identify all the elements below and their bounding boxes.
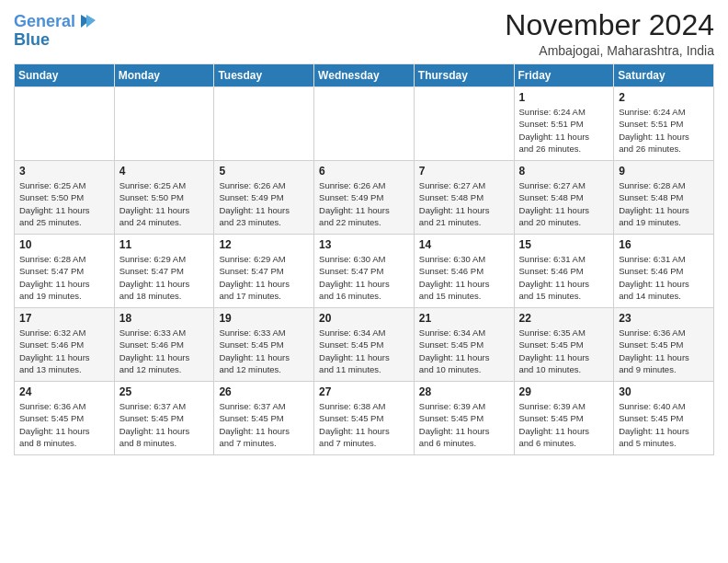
day-cell: 10Sunrise: 6:28 AM Sunset: 5:47 PM Dayli…: [15, 235, 115, 308]
day-number: 15: [519, 238, 609, 251]
day-cell: [314, 87, 415, 161]
day-cell: 24Sunrise: 6:36 AM Sunset: 5:45 PM Dayli…: [15, 382, 115, 455]
day-number: 10: [19, 238, 109, 251]
day-number: 2: [619, 91, 709, 104]
day-number: 24: [19, 385, 109, 398]
day-number: 27: [319, 385, 409, 398]
col-header-monday: Monday: [114, 64, 214, 87]
day-number: 1: [519, 91, 609, 104]
day-info: Sunrise: 6:37 AM Sunset: 5:45 PM Dayligh…: [219, 400, 309, 449]
day-cell: [15, 87, 115, 161]
day-info: Sunrise: 6:30 AM Sunset: 5:47 PM Dayligh…: [319, 253, 409, 302]
day-number: 5: [219, 165, 309, 178]
day-cell: 20Sunrise: 6:34 AM Sunset: 5:45 PM Dayli…: [314, 308, 415, 382]
day-cell: 21Sunrise: 6:34 AM Sunset: 5:45 PM Dayli…: [414, 308, 514, 382]
col-header-friday: Friday: [514, 64, 614, 87]
day-number: 9: [619, 165, 709, 178]
day-info: Sunrise: 6:32 AM Sunset: 5:46 PM Dayligh…: [19, 327, 109, 375]
day-cell: 3Sunrise: 6:25 AM Sunset: 5:50 PM Daylig…: [15, 161, 115, 235]
day-info: Sunrise: 6:33 AM Sunset: 5:45 PM Dayligh…: [219, 327, 309, 375]
day-info: Sunrise: 6:28 AM Sunset: 5:47 PM Dayligh…: [19, 253, 109, 302]
day-info: Sunrise: 6:31 AM Sunset: 5:46 PM Dayligh…: [519, 253, 609, 302]
day-cell: 11Sunrise: 6:29 AM Sunset: 5:47 PM Dayli…: [114, 235, 214, 308]
day-info: Sunrise: 6:40 AM Sunset: 5:45 PM Dayligh…: [619, 400, 709, 449]
day-cell: 2Sunrise: 6:24 AM Sunset: 5:51 PM Daylig…: [614, 87, 714, 161]
col-header-wednesday: Wednesday: [314, 64, 415, 87]
logo-line1: General: [14, 12, 75, 30]
day-cell: 6Sunrise: 6:26 AM Sunset: 5:49 PM Daylig…: [314, 161, 415, 235]
day-cell: 13Sunrise: 6:30 AM Sunset: 5:47 PM Dayli…: [314, 235, 415, 308]
day-cell: [214, 87, 314, 161]
day-number: 22: [519, 312, 609, 325]
day-info: Sunrise: 6:29 AM Sunset: 5:47 PM Dayligh…: [219, 253, 309, 302]
day-info: Sunrise: 6:34 AM Sunset: 5:45 PM Dayligh…: [319, 327, 409, 375]
day-cell: 30Sunrise: 6:40 AM Sunset: 5:45 PM Dayli…: [614, 382, 714, 455]
col-header-saturday: Saturday: [614, 64, 714, 87]
day-number: 21: [419, 312, 509, 325]
day-number: 6: [319, 165, 409, 178]
day-number: 18: [119, 312, 210, 325]
day-number: 3: [19, 165, 109, 178]
calendar-container: General Blue November 2024 Ambajogai, Ma…: [0, 0, 728, 465]
day-info: Sunrise: 6:36 AM Sunset: 5:45 PM Dayligh…: [19, 400, 109, 449]
day-number: 19: [219, 312, 309, 325]
svg-marker-1: [86, 15, 96, 28]
day-cell: 1Sunrise: 6:24 AM Sunset: 5:51 PM Daylig…: [514, 87, 614, 161]
day-info: Sunrise: 6:34 AM Sunset: 5:45 PM Dayligh…: [419, 327, 509, 375]
day-info: Sunrise: 6:27 AM Sunset: 5:48 PM Dayligh…: [419, 179, 509, 228]
day-info: Sunrise: 6:25 AM Sunset: 5:50 PM Dayligh…: [19, 179, 109, 228]
week-row-4: 17Sunrise: 6:32 AM Sunset: 5:46 PM Dayli…: [15, 308, 714, 382]
day-cell: 29Sunrise: 6:39 AM Sunset: 5:45 PM Dayli…: [514, 382, 614, 455]
day-cell: 22Sunrise: 6:35 AM Sunset: 5:45 PM Dayli…: [514, 308, 614, 382]
day-info: Sunrise: 6:30 AM Sunset: 5:46 PM Dayligh…: [419, 253, 509, 302]
logo: General Blue: [14, 13, 97, 50]
day-number: 25: [119, 385, 210, 398]
day-info: Sunrise: 6:29 AM Sunset: 5:47 PM Dayligh…: [119, 253, 210, 302]
calendar-header-row: SundayMondayTuesdayWednesdayThursdayFrid…: [15, 64, 714, 87]
day-cell: 16Sunrise: 6:31 AM Sunset: 5:46 PM Dayli…: [614, 235, 714, 308]
day-cell: 25Sunrise: 6:37 AM Sunset: 5:45 PM Dayli…: [114, 382, 214, 455]
day-cell: 4Sunrise: 6:25 AM Sunset: 5:50 PM Daylig…: [114, 161, 214, 235]
month-title: November 2024: [505, 9, 714, 41]
day-info: Sunrise: 6:38 AM Sunset: 5:45 PM Dayligh…: [319, 400, 409, 449]
day-cell: [114, 87, 214, 161]
week-row-5: 24Sunrise: 6:36 AM Sunset: 5:45 PM Dayli…: [15, 382, 714, 455]
col-header-sunday: Sunday: [15, 64, 115, 87]
day-cell: 28Sunrise: 6:39 AM Sunset: 5:45 PM Dayli…: [414, 382, 514, 455]
location: Ambajogai, Maharashtra, India: [505, 43, 714, 58]
day-info: Sunrise: 6:31 AM Sunset: 5:46 PM Dayligh…: [619, 253, 709, 302]
day-info: Sunrise: 6:26 AM Sunset: 5:49 PM Dayligh…: [319, 179, 409, 228]
day-info: Sunrise: 6:26 AM Sunset: 5:49 PM Dayligh…: [219, 179, 309, 228]
day-number: 13: [319, 238, 409, 251]
day-info: Sunrise: 6:27 AM Sunset: 5:48 PM Dayligh…: [519, 179, 609, 228]
day-number: 29: [519, 385, 609, 398]
day-info: Sunrise: 6:33 AM Sunset: 5:46 PM Dayligh…: [119, 327, 210, 375]
day-number: 4: [119, 165, 210, 178]
day-info: Sunrise: 6:36 AM Sunset: 5:45 PM Dayligh…: [619, 327, 709, 375]
day-info: Sunrise: 6:28 AM Sunset: 5:48 PM Dayligh…: [619, 179, 709, 228]
day-number: 8: [519, 165, 609, 178]
day-number: 16: [619, 238, 709, 251]
day-number: 30: [619, 385, 709, 398]
day-cell: 8Sunrise: 6:27 AM Sunset: 5:48 PM Daylig…: [514, 161, 614, 235]
day-cell: 23Sunrise: 6:36 AM Sunset: 5:45 PM Dayli…: [614, 308, 714, 382]
day-info: Sunrise: 6:35 AM Sunset: 5:45 PM Dayligh…: [519, 327, 609, 375]
day-cell: 9Sunrise: 6:28 AM Sunset: 5:48 PM Daylig…: [614, 161, 714, 235]
col-header-thursday: Thursday: [414, 64, 514, 87]
day-cell: 19Sunrise: 6:33 AM Sunset: 5:45 PM Dayli…: [214, 308, 314, 382]
logo-line2: Blue: [14, 30, 50, 49]
day-cell: 7Sunrise: 6:27 AM Sunset: 5:48 PM Daylig…: [414, 161, 514, 235]
header: General Blue November 2024 Ambajogai, Ma…: [14, 9, 714, 58]
day-number: 12: [219, 238, 309, 251]
title-block: November 2024 Ambajogai, Maharashtra, In…: [505, 9, 714, 58]
day-number: 23: [619, 312, 709, 325]
day-cell: 18Sunrise: 6:33 AM Sunset: 5:46 PM Dayli…: [114, 308, 214, 382]
day-cell: 15Sunrise: 6:31 AM Sunset: 5:46 PM Dayli…: [514, 235, 614, 308]
day-number: 7: [419, 165, 509, 178]
day-number: 26: [219, 385, 309, 398]
week-row-1: 1Sunrise: 6:24 AM Sunset: 5:51 PM Daylig…: [15, 87, 714, 161]
day-cell: 12Sunrise: 6:29 AM Sunset: 5:47 PM Dayli…: [214, 235, 314, 308]
col-header-tuesday: Tuesday: [214, 64, 314, 87]
day-cell: 26Sunrise: 6:37 AM Sunset: 5:45 PM Dayli…: [214, 382, 314, 455]
day-number: 17: [19, 312, 109, 325]
